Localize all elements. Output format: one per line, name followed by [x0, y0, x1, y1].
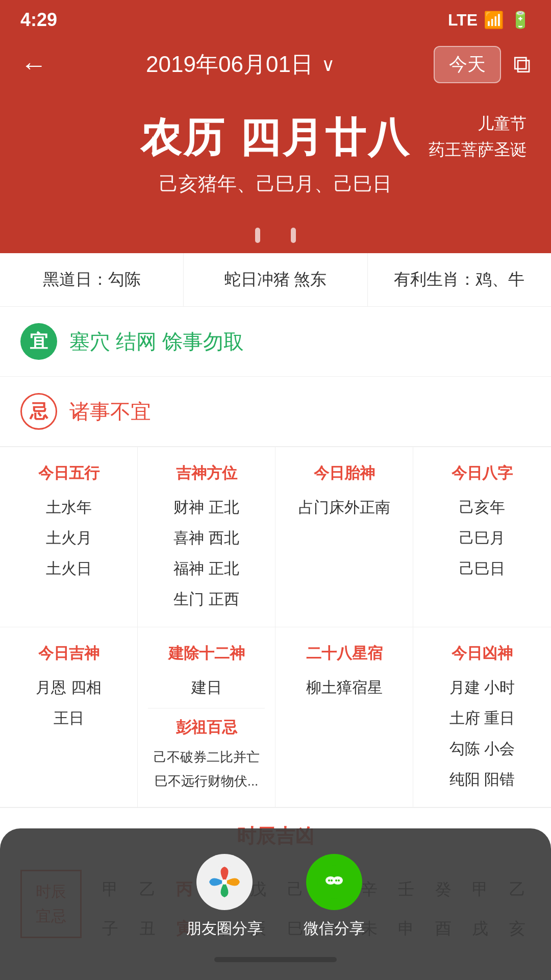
slider-dot-2	[291, 228, 296, 243]
grid-content-bazi: 己亥年 己巳月 己巳日	[423, 492, 541, 584]
share-item-wechat[interactable]: 微信分享	[304, 854, 365, 939]
grid-title-taishen: 今日胎神	[286, 459, 403, 487]
taishen-line-1: 占门床外正南	[286, 492, 403, 523]
grid-content-xingxiu: 柳土獐宿星	[286, 672, 403, 703]
pengyouquan-label: 朋友圈分享	[186, 918, 263, 939]
grid-title-xiongshen: 今日凶神	[423, 640, 541, 667]
grid-content-jianshen: 建日	[148, 672, 265, 703]
lte-icon: LTE	[448, 11, 478, 30]
slider-dot-1	[255, 228, 260, 243]
jishen2-line-2: 王日	[10, 703, 127, 733]
wuxing-line-2: 土火月	[10, 523, 127, 553]
grid-title-jishen: 吉神方位	[148, 459, 265, 487]
grid-title-wuxing: 今日五行	[10, 459, 127, 487]
ji-section: 忌 诸事不宜	[0, 377, 551, 447]
svg-point-6	[331, 879, 333, 881]
svg-point-8	[338, 879, 340, 881]
grid-content-xiongshen: 月建 小时 土府 重日 勾陈 小会 纯阳 阳错	[423, 672, 541, 795]
grid-cell-jianshen: 建除十二神 建日 彭祖百忌 己不破券二比并亡 巳不远行财物伏...	[138, 627, 276, 807]
xingxiu-line-1: 柳土獐宿星	[286, 672, 403, 703]
lunar-header: 农历 四月廿八 己亥猪年、己巳月、己巳日 儿童节 药王菩萨圣诞	[0, 95, 551, 228]
date-selector[interactable]: 2019年06月01日 ∨	[146, 50, 335, 80]
jishen-line-4: 生门 正西	[148, 584, 265, 615]
today-button[interactable]: 今天	[434, 46, 501, 83]
header: ← 2019年06月01日 ∨ 今天 ⧉	[0, 36, 551, 95]
info-bar-item-3: 有利生肖：鸡、牛	[368, 253, 551, 306]
grid-title-xingxiu: 二十八星宿	[286, 640, 403, 667]
bazi-line-1: 己亥年	[423, 492, 541, 523]
pengzu-area: 彭祖百忌 己不破券二比并亡 巳不远行财物伏...	[148, 708, 265, 793]
grid-content-wuxing: 土水年 土火月 土火日	[10, 492, 127, 584]
grid-title-bazi: 今日八字	[423, 459, 541, 487]
jishen-line-1: 财神 正北	[148, 492, 265, 523]
pengzu-title: 彭祖百忌	[148, 714, 265, 741]
holiday-2: 药王菩萨圣诞	[429, 137, 527, 163]
share-item-pengyouquan[interactable]: 朋友圈分享	[186, 854, 263, 939]
share-button[interactable]: ⧉	[513, 50, 531, 79]
wuxing-line-1: 土水年	[10, 492, 127, 523]
jianshen-line-1: 建日	[148, 672, 265, 703]
status-icons: LTE 📶 🔋	[448, 10, 531, 30]
jishen-line-2: 喜神 西北	[148, 523, 265, 553]
grid-cell-taishen: 今日胎神 占门床外正南	[276, 447, 413, 627]
yi-text: 塞穴 结网 馀事勿取	[69, 328, 244, 356]
share-overlay: 朋友圈分享 微信分享	[0, 828, 551, 980]
pengyouquan-icon	[196, 854, 253, 910]
holiday-1: 儿童节	[429, 111, 527, 137]
xiongshen-line-1: 月建 小时	[423, 672, 541, 703]
bazi-line-3: 己巳日	[423, 553, 541, 584]
info-bar-item-2: 蛇日冲猪 煞东	[184, 253, 367, 306]
battery-icon: 🔋	[510, 10, 531, 30]
chevron-down-icon: ∨	[321, 54, 335, 76]
ji-text: 诸事不宜	[69, 398, 151, 426]
jishen2-line-1: 月恩 四相	[10, 672, 127, 703]
back-button[interactable]: ←	[20, 50, 47, 80]
xiongshen-line-4: 纯阳 阳错	[423, 764, 541, 795]
signal-bars: 📶	[484, 10, 504, 30]
grid-cell-jishen2: 今日吉神 月恩 四相 王日	[0, 627, 138, 807]
grid-title-jianshen: 建除十二神	[148, 640, 265, 667]
grid-content-jishen: 财神 正北 喜神 西北 福神 正北 生门 正西	[148, 492, 265, 615]
info-grid-2: 今日吉神 月恩 四相 王日 建除十二神 建日 彭祖百忌 己不破券二比并亡 巳不远…	[0, 627, 551, 807]
bazi-line-2: 己巳月	[423, 523, 541, 553]
xiongshen-line-2: 土府 重日	[423, 703, 541, 733]
header-actions: 今天 ⧉	[434, 46, 531, 83]
holiday-labels: 儿童节 药王菩萨圣诞	[429, 111, 527, 163]
xiongshen-line-3: 勾陈 小会	[423, 733, 541, 764]
grid-cell-wuxing: 今日五行 土水年 土火月 土火日	[0, 447, 138, 627]
yi-section: 宜 塞穴 结网 馀事勿取	[0, 307, 551, 377]
grid-cell-xiongshen: 今日凶神 月建 小时 土府 重日 勾陈 小会 纯阳 阳错	[413, 627, 551, 807]
grid-content-jishen2: 月恩 四相 王日	[10, 672, 127, 733]
info-bar: 黑道日：勾陈 蛇日冲猪 煞东 有利生肖：鸡、牛	[0, 253, 551, 307]
slider-indicator	[0, 228, 551, 253]
wechat-label: 微信分享	[304, 918, 365, 939]
ji-badge: 忌	[20, 393, 57, 430]
grid-cell-xingxiu: 二十八星宿 柳土獐宿星	[276, 627, 413, 807]
wuxing-line-3: 土火日	[10, 553, 127, 584]
current-date-label: 2019年06月01日	[146, 50, 313, 80]
svg-point-7	[335, 879, 337, 881]
info-bar-item-1: 黑道日：勾陈	[0, 253, 184, 306]
grid-cell-bazi: 今日八字 己亥年 己巳月 己巳日	[413, 447, 551, 627]
svg-point-5	[328, 879, 330, 881]
time-display: 4:29	[20, 9, 57, 31]
pengzu-text: 己不破券二比并亡 巳不远行财物伏...	[148, 745, 265, 793]
wechat-icon	[306, 854, 362, 910]
grid-content-taishen: 占门床外正南	[286, 492, 403, 523]
info-grid-1: 今日五行 土水年 土火月 土火日 吉神方位 财神 正北 喜神 西北 福神 正北 …	[0, 447, 551, 627]
grid-title-jishen2: 今日吉神	[10, 640, 127, 667]
status-bar: 4:29 LTE 📶 🔋	[0, 0, 551, 36]
lunar-year-label: 己亥猪年、己巳月、己巳日	[20, 171, 531, 197]
svg-point-1	[222, 879, 227, 885]
grid-cell-jishen: 吉神方位 财神 正北 喜神 西北 福神 正北 生门 正西	[138, 447, 276, 627]
jishen-line-3: 福神 正北	[148, 553, 265, 584]
yi-badge: 宜	[20, 323, 57, 360]
